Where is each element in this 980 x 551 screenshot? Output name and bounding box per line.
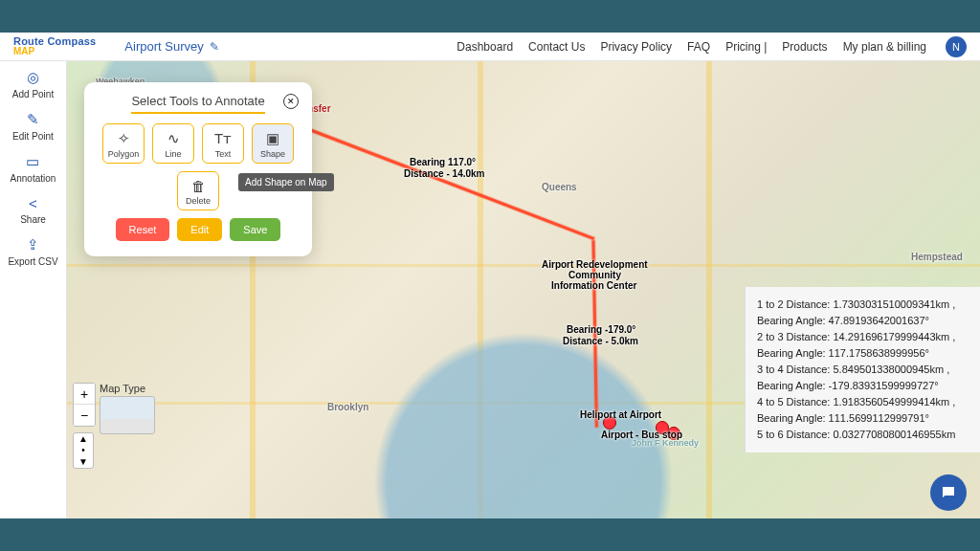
tooltip: Add Shape on Map — [238, 173, 334, 191]
info-line: Bearing Angle: 111.5699112999791° — [757, 410, 969, 427]
info-line: 1 to 2 Distance: 1.7303031510009341km , — [757, 297, 969, 313]
nav-my-plan-billing[interactable]: My plan & billing — [843, 40, 926, 54]
sidebar-icon: ⇪ — [27, 236, 39, 253]
info-line: 2 to 3 Distance: 14.291696179999443km , — [757, 329, 969, 345]
map-type-label: Map Type — [100, 383, 155, 394]
pan-control[interactable]: ▲ • ▼ — [73, 432, 94, 469]
sidebar-label: Export CSV — [8, 256, 57, 267]
nav-dashboard[interactable]: Dashboard — [457, 40, 513, 54]
sidebar: ◎Add Point✎Edit Point▭Annotation<Share⇪E… — [0, 61, 67, 518]
tool-label: Text — [215, 149, 232, 159]
nav-contact-us[interactable]: Contact Us — [528, 40, 585, 54]
nav-pricing-[interactable]: Pricing | — [725, 40, 767, 54]
map-label: Heliport at Airport — [580, 409, 661, 420]
edit-button[interactable]: Edit — [177, 218, 222, 241]
tool-text[interactable]: TᴛText — [202, 123, 244, 164]
map-label: Community — [568, 270, 621, 280]
tool-label: Delete — [186, 196, 211, 206]
pan-dot-icon[interactable]: • — [81, 445, 85, 456]
sidebar-export-csv[interactable]: ⇪Export CSV — [8, 236, 57, 267]
map-label: Distance - 5.0km — [563, 336, 638, 346]
map-label: Bearing 117.0° — [410, 157, 476, 167]
sidebar-label: Share — [20, 214, 46, 225]
info-line: Bearing Angle: 47.89193642001637° — [757, 313, 969, 329]
map-label: John F Kennedy — [632, 438, 699, 448]
sidebar-edit-point[interactable]: ✎Edit Point — [12, 111, 54, 142]
save-button[interactable]: Save — [230, 218, 280, 241]
sidebar-annotation[interactable]: ▭Annotation — [11, 153, 56, 184]
info-line: 3 to 4 Distance: 5.849501338000945km , — [757, 362, 969, 378]
zoom-in-button[interactable]: + — [74, 384, 95, 405]
nav-privacy-policy[interactable]: Privacy Policy — [600, 40, 672, 54]
header: Route Compass MAP Airport Survey ✎ Dashb… — [0, 33, 980, 61]
polygon-icon: ✧ — [118, 130, 130, 147]
logo-bottom: MAP — [13, 47, 96, 56]
pan-up-icon[interactable]: ▲ — [78, 433, 88, 445]
distance-info-panel: 1 to 2 Distance: 1.7303031510009341km ,B… — [745, 287, 980, 452]
tool-label: Line — [165, 149, 181, 159]
reset-button[interactable]: Reset — [116, 218, 170, 241]
map-label: Queens — [542, 182, 577, 192]
map-label: Brooklyn — [327, 402, 368, 412]
shape-icon: ▣ — [266, 130, 279, 147]
zoom-control: + − — [73, 383, 96, 427]
survey-title: Airport Survey — [124, 39, 203, 54]
info-line: Bearing Angle: 117.1758638999956° — [757, 345, 969, 362]
map-label: Distance - 14.0km — [404, 168, 485, 179]
edit-survey-icon[interactable]: ✎ — [210, 40, 219, 54]
info-line: 4 to 5 Distance: 1.9183560549999414km , — [757, 394, 969, 410]
sidebar-label: Edit Point — [12, 131, 54, 142]
text-icon: Tᴛ — [214, 130, 232, 147]
sidebar-icon: ◎ — [27, 69, 39, 86]
sidebar-add-point[interactable]: ◎Add Point — [12, 69, 54, 99]
info-line: 5 to 6 Distance: 0.03277080800146955km — [757, 427, 969, 443]
sidebar-label: Add Point — [12, 89, 54, 99]
map-label: Hempstead — [911, 252, 963, 262]
map-type-thumbnail[interactable] — [100, 396, 155, 434]
logo[interactable]: Route Compass MAP — [13, 36, 96, 56]
tool-label: Shape — [260, 149, 285, 159]
panel-title: Select Tools to Annotate — [131, 94, 264, 114]
tool-delete[interactable]: 🗑 Delete — [177, 171, 219, 210]
chat-fab[interactable] — [930, 474, 967, 511]
map-label: Airport Redevelopment — [542, 259, 648, 270]
map-label: Bearing -179.0° — [567, 324, 635, 335]
map-type-control[interactable]: Map Type — [100, 383, 155, 434]
tool-polygon[interactable]: ✧Polygon — [102, 123, 145, 164]
annotate-panel: Select Tools to Annotate ✕ ✧Polygon∿Line… — [84, 82, 312, 256]
map-label: Information Center — [551, 280, 636, 291]
tool-shape[interactable]: ▣Shape — [252, 123, 294, 164]
tool-label: Polygon — [108, 149, 140, 159]
avatar[interactable]: N — [946, 36, 967, 57]
sidebar-share[interactable]: <Share — [20, 195, 46, 225]
chat-icon — [940, 484, 957, 501]
top-nav: DashboardContact UsPrivacy PolicyFAQPric… — [457, 36, 967, 57]
trash-icon: 🗑 — [191, 178, 206, 194]
nav-products[interactable]: Products — [782, 40, 827, 54]
sidebar-icon: ✎ — [27, 111, 39, 128]
line-icon: ∿ — [167, 130, 180, 147]
sidebar-icon: < — [29, 195, 37, 211]
panel-close-button[interactable]: ✕ — [283, 94, 299, 109]
pan-down-icon[interactable]: ▼ — [78, 456, 88, 468]
tool-line[interactable]: ∿Line — [152, 123, 194, 164]
zoom-out-button[interactable]: − — [74, 405, 95, 426]
nav-faq[interactable]: FAQ — [687, 40, 710, 54]
sidebar-label: Annotation — [11, 173, 56, 184]
sidebar-icon: ▭ — [26, 153, 39, 170]
info-line: Bearing Angle: -179.83931599999727° — [757, 378, 969, 394]
